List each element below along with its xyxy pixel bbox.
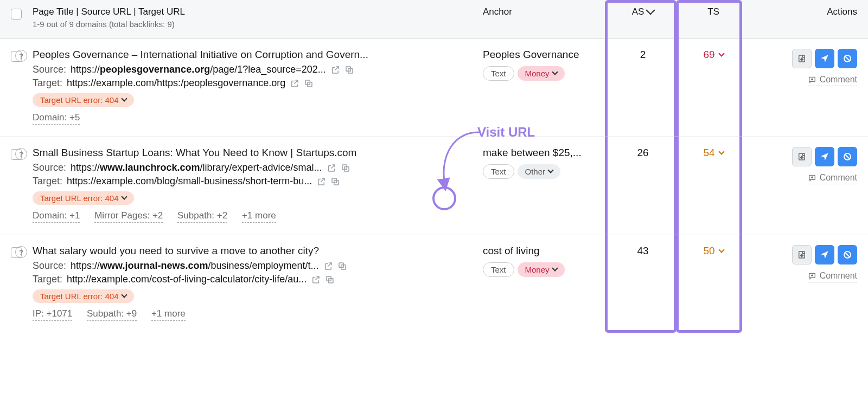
external-link-icon[interactable] [290,79,299,88]
comment-button[interactable]: Comment [808,75,857,86]
copy-icon[interactable] [325,275,335,285]
header-anchor-col[interactable]: Anchor [483,7,608,17]
table-row: ? Peoples Governance – International Ini… [0,39,868,137]
block-button[interactable] [838,245,857,264]
anchor-tag-other[interactable]: Other [518,164,561,179]
page-title-link[interactable]: Peoples Governance – International Initi… [33,49,456,61]
block-button[interactable] [838,49,857,68]
as-value: 43 [608,245,678,257]
info-icon[interactable]: ? [15,246,27,258]
meta-item[interactable]: Mirror Pages: +2 [94,210,163,223]
copy-icon[interactable] [330,177,340,186]
meta-item[interactable]: Subpath: +9 [87,308,137,321]
meta-item[interactable]: +1 more [151,308,186,321]
target-url[interactable]: https://example.com/https:/peoplesgovern… [67,78,285,89]
meta-item[interactable]: Subpath: +2 [177,210,227,223]
info-icon[interactable]: ? [15,50,27,62]
anchor-text[interactable]: make between $25,... [483,147,602,159]
chevron-down-icon [552,69,558,75]
source-label: Source: [33,162,66,173]
sort-caret-icon [646,6,655,15]
chevron-down-icon [121,292,127,298]
error-badge[interactable]: Target URL error: 404 [33,191,134,205]
chevron-down-icon [718,50,724,56]
backlinks-table: Page Title | Source URL | Target URL 1-9… [0,0,868,333]
copy-icon[interactable] [337,261,347,271]
meta-item[interactable]: Domain: +1 [33,210,80,223]
meta-item[interactable]: +1 more [242,210,276,223]
chevron-down-icon [547,167,553,173]
copy-icon[interactable] [304,79,314,88]
send-button[interactable] [815,49,834,68]
comment-button[interactable]: Comment [808,271,857,282]
source-url[interactable]: https://peoplesgovernance.org/page/1?lea… [71,64,326,75]
chevron-down-icon [121,193,127,199]
select-all-checkbox[interactable] [11,9,22,20]
anchor-tag-money[interactable]: Money [518,66,565,81]
as-value: 26 [608,147,678,159]
source-label: Source: [33,260,66,272]
table-row: ? Small Business Startup Loans: What You… [0,137,868,235]
anchor-tag-text[interactable]: Text [483,262,514,277]
page-title-link[interactable]: What salary would you need to survive a … [33,245,456,257]
anchor-text[interactable]: cost of living [483,245,602,257]
table-row: ? What salary would you need to survive … [0,235,868,333]
copy-icon[interactable] [341,163,350,173]
target-label: Target: [33,274,62,285]
external-link-icon[interactable] [330,65,340,75]
target-url[interactable]: https://example.com/blog/small-business/… [67,176,312,187]
meta-item[interactable]: IP: +1071 [33,308,72,321]
error-badge[interactable]: Target URL error: 404 [33,93,134,107]
header-actions-col: Actions [749,7,868,17]
target-label: Target: [33,78,62,89]
header-as-col[interactable]: AS [608,7,678,17]
chevron-down-icon [718,247,724,253]
header-subtitle: 1-9 out of 9 domains (total backlinks: 9… [33,20,483,29]
anchor-tag-text[interactable]: Text [483,164,514,179]
ts-value[interactable]: 54 [678,147,749,159]
external-link-icon[interactable] [323,261,333,271]
export-button[interactable] [792,245,812,264]
external-link-icon[interactable] [311,275,321,285]
anchor-text[interactable]: Peoples Governance [483,49,602,61]
target-label: Target: [33,176,62,187]
source-url[interactable]: https://www.launchrock.com/library/exper… [71,162,322,173]
header-ts-col[interactable]: TS [678,7,749,17]
comment-button[interactable]: Comment [808,173,857,184]
source-url[interactable]: https://www.journal-news.com/business/em… [71,260,319,272]
chevron-down-icon [552,265,558,271]
chevron-down-icon [121,95,127,101]
external-link-icon[interactable] [316,177,326,186]
table-header: Page Title | Source URL | Target URL 1-9… [0,0,868,39]
page-title-link[interactable]: Small Business Startup Loans: What You N… [33,147,456,159]
ts-value[interactable]: 50 [678,245,749,257]
ts-value[interactable]: 69 [678,49,749,61]
anchor-tag-money[interactable]: Money [518,262,565,277]
export-button[interactable] [792,49,812,68]
anchor-tag-text[interactable]: Text [483,66,514,81]
meta-domain[interactable]: Domain: +5 [33,112,80,125]
export-button[interactable] [792,147,812,166]
copy-icon[interactable] [344,65,354,75]
send-button[interactable] [815,147,834,166]
block-button[interactable] [838,147,857,166]
send-button[interactable] [815,245,834,264]
header-title-col: Page Title | Source URL | Target URL [33,7,483,17]
info-icon[interactable]: ? [15,148,27,160]
source-label: Source: [33,64,66,75]
error-badge[interactable]: Target URL error: 404 [33,289,134,303]
target-url[interactable]: http://example.com/cost-of-living-calcul… [67,274,307,285]
external-link-icon[interactable] [327,163,336,173]
as-value: 2 [608,49,678,61]
chevron-down-icon [718,149,724,154]
